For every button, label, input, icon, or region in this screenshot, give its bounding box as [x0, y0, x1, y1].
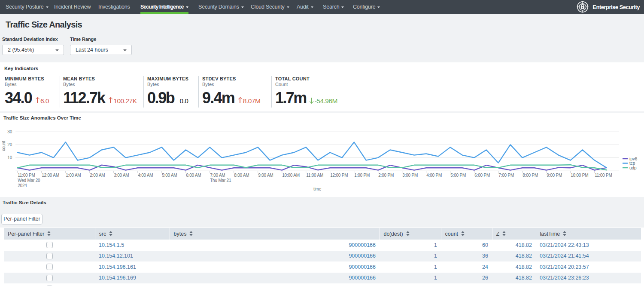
cell-dc-dest[interactable]: 1 [380, 273, 441, 284]
cell-bytes[interactable]: 900000166 [170, 273, 380, 284]
cell-count[interactable]: 36 [441, 251, 492, 262]
dropdown-value: 2 (95.45%) [8, 47, 34, 53]
nav-label: Configure [353, 4, 375, 10]
details-table-band: Per-panel Filter src bytes dc(dest) coun… [0, 228, 644, 286]
svg-text:10:00 PM: 10:00 PM [571, 173, 588, 178]
svg-text:count: count [1, 141, 6, 151]
cell-count[interactable]: 60 [441, 240, 492, 251]
col-header-z[interactable]: Z [492, 228, 536, 240]
svg-text:1:00 AM: 1:00 AM [66, 173, 81, 178]
cell-src[interactable] [95, 283, 170, 286]
cell-count[interactable]: 24 [441, 261, 492, 273]
trend-arrow-icon [108, 98, 112, 104]
per-panel-filter-button[interactable]: Per-panel Filter [1, 214, 43, 224]
col-header-label: Z [496, 231, 500, 237]
svg-text:9:00 AM: 9:00 AM [258, 173, 273, 178]
cell-src[interactable]: 10.154.196.161 [95, 261, 170, 273]
nav-security-domains[interactable]: Security Domains [198, 0, 244, 14]
svg-text:20: 20 [7, 142, 12, 147]
cell-dc-dest[interactable]: 1 [380, 240, 441, 251]
nav-cloud-security[interactable]: Cloud Security [251, 0, 289, 14]
kpi-subtitle: Bytes [63, 82, 75, 87]
sort-icon[interactable] [563, 231, 566, 236]
cell-lasttime[interactable]: 03/21/2024 22:43:13 [536, 240, 641, 251]
sort-icon[interactable] [189, 231, 193, 236]
cell-z[interactable]: 418.82 [492, 240, 536, 251]
row-select-cell [4, 283, 95, 286]
cell-bytes[interactable] [170, 283, 380, 286]
svg-text:2:00 PM: 2:00 PM [378, 173, 394, 178]
kpi-delta-value: 8.07M [243, 97, 261, 105]
table-row [4, 283, 641, 286]
row-checkbox[interactable] [46, 264, 53, 270]
svg-text:ipv6: ipv6 [629, 157, 638, 161]
svg-text:10:00 AM: 10:00 AM [282, 173, 300, 178]
svg-text:2024: 2024 [18, 183, 27, 188]
nav-search[interactable]: Search [323, 0, 344, 14]
cell-bytes[interactable]: 900000166 [170, 251, 380, 262]
row-checkbox[interactable] [46, 253, 53, 259]
cell-lasttime[interactable]: 03/21/2024 21:41:54 [536, 251, 641, 262]
row-checkbox[interactable] [46, 242, 53, 248]
col-header-label: Per-panel Filter [8, 231, 44, 237]
svg-text:6:00 PM: 6:00 PM [474, 173, 490, 178]
nav-audit[interactable]: Audit [297, 0, 313, 14]
sort-icon[interactable] [109, 231, 112, 236]
nav-investigations[interactable]: Investigations [98, 0, 130, 14]
kpi-delta: -54.96M [310, 97, 337, 105]
chevron-down-icon [55, 49, 59, 51]
col-header-count[interactable]: count [441, 228, 492, 240]
sort-icon[interactable] [47, 231, 51, 236]
col-header-per-panel-filter[interactable]: Per-panel Filter [4, 228, 95, 240]
cell-dc-dest[interactable] [380, 283, 441, 286]
cell-bytes[interactable]: 900000166 [170, 240, 380, 251]
stdev-index-dropdown[interactable]: 2 (95.45%) [2, 45, 64, 55]
top-navbar: Security Posture Incident Review Investi… [0, 0, 644, 14]
svg-text:4:00 PM: 4:00 PM [426, 173, 442, 178]
nav-label: Cloud Security [251, 4, 285, 10]
nav-configure[interactable]: Configure [353, 0, 380, 14]
col-header-src[interactable]: src [95, 228, 170, 240]
sort-icon[interactable] [502, 231, 506, 236]
col-header-bytes[interactable]: bytes [170, 228, 380, 240]
cell-dc-dest[interactable]: 1 [380, 261, 441, 273]
chevron-down-icon [377, 6, 380, 8]
svg-text:udp: udp [629, 166, 637, 170]
cell-bytes[interactable]: 900000166 [170, 261, 380, 273]
row-select-cell [4, 251, 95, 262]
row-checkbox[interactable] [46, 275, 53, 281]
sort-icon[interactable] [461, 231, 465, 236]
time-range-dropdown[interactable]: Last 24 hours [70, 45, 132, 55]
details-heading: Traffic Size Details [3, 200, 46, 205]
chevron-down-icon [123, 49, 127, 51]
cell-lasttime[interactable]: 03/21/2024 20:23:57 [536, 261, 641, 273]
col-header-lasttime[interactable]: lastTime [536, 228, 641, 240]
nav-security-posture[interactable]: Security Posture [6, 0, 49, 14]
cell-z[interactable]: 418.82 [492, 273, 536, 284]
cell-src[interactable]: 10.154.12.101 [95, 251, 170, 262]
kpi-title: TOTAL COUNT [275, 76, 310, 81]
svg-text:8:00 AM: 8:00 AM [234, 173, 249, 178]
svg-text:Wed Mar 20: Wed Mar 20 [18, 178, 40, 183]
sort-icon[interactable] [406, 231, 410, 236]
cell-lasttime[interactable]: 03/21/2024 23:26:23 [536, 273, 641, 284]
cell-src[interactable]: 10.154.196.169 [95, 273, 170, 284]
cell-z[interactable]: 418.82 [492, 251, 536, 262]
nav-security-intelligence[interactable]: Security Intelligence [140, 0, 188, 14]
cell-z[interactable]: 418.82 [492, 261, 536, 273]
cell-dc-dest[interactable]: 1 [380, 251, 441, 262]
nav-incident-review[interactable]: Incident Review [54, 0, 91, 14]
traffic-anomalies-line-chart[interactable]: 10203011:00 PM12:00 AM1:00 AM2:00 AM3:00… [0, 113, 644, 197]
details-table: Per-panel Filter src bytes dc(dest) coun… [4, 228, 641, 286]
cell-count[interactable] [441, 283, 492, 286]
col-header-dc-dest[interactable]: dc(dest) [380, 228, 441, 240]
cell-count[interactable]: 26 [441, 273, 492, 284]
svg-text:tcp: tcp [629, 161, 635, 166]
key-indicators-panel: Key Indicators MINIMUM BYTES Bytes 34.06… [0, 62, 644, 111]
cell-z[interactable] [492, 283, 536, 286]
cell-src[interactable]: 10.154.1.5 [95, 240, 170, 251]
cell-lasttime[interactable] [536, 283, 641, 286]
svg-text:3:00 AM: 3:00 AM [114, 173, 129, 178]
table-row: 10.154.1.5 900000166 1 60 418.82 03/21/2… [4, 240, 641, 251]
svg-text:8:00 PM: 8:00 PM [522, 173, 538, 178]
